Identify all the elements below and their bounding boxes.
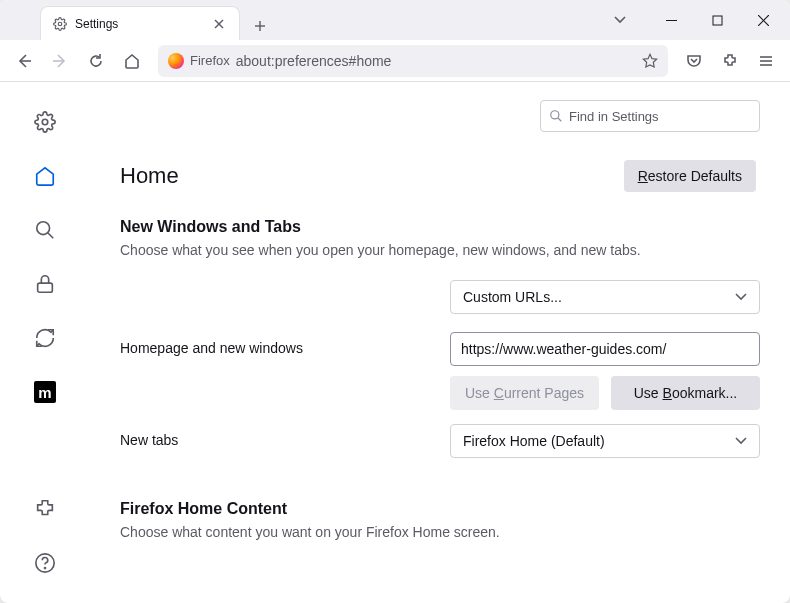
new-tab-button[interactable] <box>246 12 274 40</box>
window-maximize[interactable] <box>694 0 740 40</box>
svg-point-16 <box>37 222 50 235</box>
svg-point-20 <box>44 567 45 568</box>
section-heading-home-content: Firefox Home Content <box>120 500 760 518</box>
settings-main: Find in Settings Home Restore Defaults N… <box>90 82 790 603</box>
homepage-url-input[interactable] <box>450 332 760 366</box>
identity-label: Firefox <box>190 53 230 68</box>
toolbar: Firefox about:preferences#home <box>0 40 790 82</box>
use-current-pages-button[interactable]: Use Current Pages <box>450 376 599 410</box>
chevron-down-icon <box>735 437 747 445</box>
home-button[interactable] <box>116 45 148 77</box>
app-menu-button[interactable] <box>750 45 782 77</box>
url-text: about:preferences#home <box>236 53 636 69</box>
close-icon[interactable] <box>211 16 227 32</box>
svg-rect-18 <box>38 283 53 292</box>
bookmark-star-icon[interactable] <box>642 53 658 69</box>
svg-point-15 <box>42 119 48 125</box>
settings-sidebar: m <box>0 82 90 603</box>
section-desc: Choose what you see when you open your h… <box>120 242 760 258</box>
sidebar-item-search[interactable] <box>27 212 63 248</box>
pocket-button[interactable] <box>678 45 710 77</box>
sidebar-item-more-from-mozilla[interactable]: m <box>27 374 63 410</box>
section-heading-new-windows-tabs: New Windows and Tabs <box>120 218 760 236</box>
identity-box[interactable]: Firefox <box>168 53 230 69</box>
use-bookmark-button[interactable]: Use Bookmark... <box>611 376 760 410</box>
svg-point-0 <box>58 22 62 26</box>
homepage-mode-select[interactable]: Custom URLs... <box>450 280 760 314</box>
sidebar-item-privacy[interactable] <box>27 266 63 302</box>
forward-button[interactable] <box>44 45 76 77</box>
chevron-down-icon <box>735 293 747 301</box>
reload-button[interactable] <box>80 45 112 77</box>
mozilla-m-icon: m <box>34 381 56 403</box>
sidebar-item-help[interactable] <box>27 545 63 581</box>
svg-rect-6 <box>713 16 722 25</box>
browser-tab[interactable]: Settings <box>40 6 240 40</box>
svg-line-17 <box>48 233 54 239</box>
page-title: Home <box>120 163 179 189</box>
search-placeholder: Find in Settings <box>569 109 659 124</box>
sidebar-item-general[interactable] <box>27 104 63 140</box>
svg-marker-11 <box>643 54 656 67</box>
firefox-logo-icon <box>168 53 184 69</box>
urlbar[interactable]: Firefox about:preferences#home <box>158 45 668 77</box>
newtabs-mode-select[interactable]: Firefox Home (Default) <box>450 424 760 458</box>
extensions-button[interactable] <box>714 45 746 77</box>
newtabs-label: New tabs <box>120 424 450 448</box>
select-value: Firefox Home (Default) <box>463 433 605 449</box>
section-desc: Choose what content you want on your Fir… <box>120 524 760 540</box>
select-value: Custom URLs... <box>463 289 562 305</box>
sidebar-item-extensions[interactable] <box>27 491 63 527</box>
titlebar: Settings <box>0 0 790 40</box>
svg-line-22 <box>558 118 562 122</box>
sidebar-item-sync[interactable] <box>27 320 63 356</box>
tab-title: Settings <box>75 17 203 31</box>
svg-point-21 <box>551 111 559 119</box>
find-in-settings-input[interactable]: Find in Settings <box>540 100 760 132</box>
search-icon <box>549 109 563 123</box>
gear-icon <box>53 17 67 31</box>
window-minimize[interactable] <box>648 0 694 40</box>
back-button[interactable] <box>8 45 40 77</box>
homepage-label: Homepage and new windows <box>120 332 450 356</box>
restore-defaults-button[interactable]: Restore Defaults <box>624 160 756 192</box>
sidebar-item-home[interactable] <box>27 158 63 194</box>
all-tabs-chevron[interactable] <box>604 4 636 36</box>
window-close[interactable] <box>740 0 786 40</box>
